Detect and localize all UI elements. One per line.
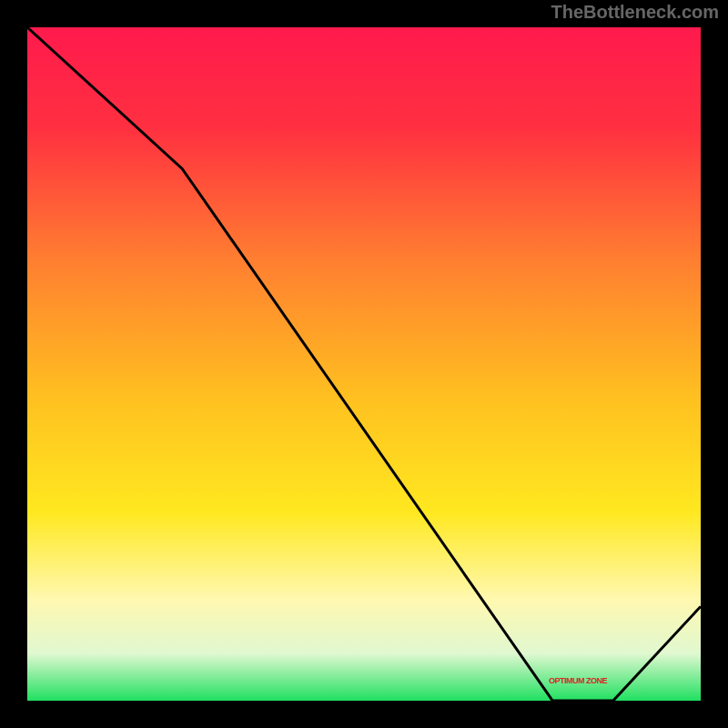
- line-chart: [27, 27, 701, 701]
- data-line: [27, 27, 701, 701]
- chart-area: OPTIMUM ZONE: [27, 27, 701, 701]
- attribution-text: TheBottleneck.com: [551, 2, 719, 23]
- optimum-zone-label: OPTIMUM ZONE: [549, 676, 607, 685]
